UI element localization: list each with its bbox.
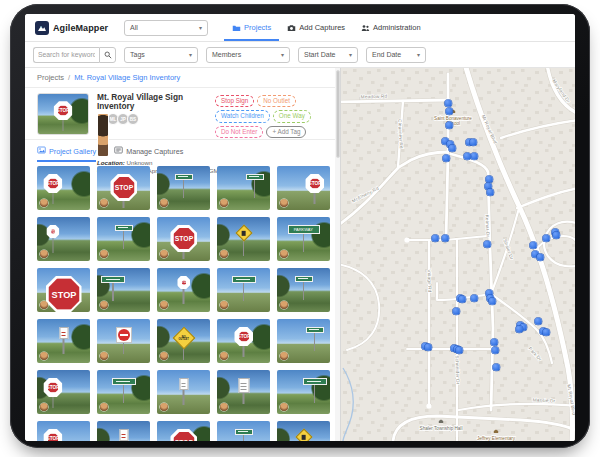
capture-marker[interactable] [537, 254, 544, 261]
gallery-photo[interactable]: STOP [37, 370, 90, 414]
panel-scrollbar[interactable] [335, 68, 340, 441]
capture-marker[interactable] [543, 235, 550, 242]
gallery-photo[interactable]: STOP [157, 217, 210, 261]
search-button[interactable] [99, 47, 116, 63]
search-input[interactable] [33, 47, 99, 63]
nav-item-add-captures[interactable]: Add Captures [279, 14, 353, 41]
capture-author-avatar [100, 301, 108, 309]
street-sign [235, 429, 253, 435]
whitered-sign [59, 327, 68, 339]
project-title: Mt. Royal Village Sign Inventory [97, 93, 215, 111]
capture-marker[interactable] [442, 235, 449, 242]
capture-marker[interactable] [432, 235, 439, 242]
capture-marker[interactable] [484, 241, 491, 248]
gallery-photo[interactable] [157, 166, 210, 210]
gallery-photo[interactable]: STOP [37, 268, 90, 312]
capture-author-avatar [40, 199, 48, 207]
capture-marker[interactable] [456, 347, 463, 354]
capture-author-avatar [160, 403, 168, 411]
capture-marker[interactable] [459, 296, 466, 303]
capture-marker[interactable] [553, 232, 560, 239]
gallery-photo[interactable] [217, 166, 270, 210]
capture-marker[interactable] [464, 153, 471, 160]
nav-item-administration[interactable]: Administration [353, 14, 429, 41]
capture-author-avatar [160, 301, 168, 309]
capture-marker[interactable] [471, 295, 478, 302]
gallery-photo[interactable]: PARKWAY [277, 217, 330, 261]
capture-marker[interactable] [446, 108, 453, 115]
capture-marker[interactable] [492, 347, 499, 354]
capture-marker[interactable] [491, 339, 498, 346]
breadcrumb-current-link[interactable]: Mt. Royal Village Sign Inventory [74, 73, 180, 82]
chevron-down-icon: ▾ [417, 52, 420, 58]
gallery-photo[interactable]: STOP [217, 319, 270, 363]
tablet-frame: AgileMapper All ▾ ProjectsAdd CapturesAd… [10, 4, 590, 448]
tag-add-tag[interactable]: + Add Tag [266, 126, 306, 138]
map-panel[interactable]: Meadow RdClearview RdMcElheny RdMt Royal… [340, 68, 575, 441]
gallery-photo[interactable]: STOP [157, 421, 210, 441]
gallery-photo[interactable] [37, 319, 90, 363]
capture-marker[interactable] [453, 308, 460, 315]
tag-do-not-enter[interactable]: Do Not Enter [215, 126, 263, 138]
breadcrumb-projects-link[interactable]: Projects [37, 73, 64, 82]
end-date-dropdown[interactable]: End Date▾ [366, 47, 426, 63]
capture-author-avatar [160, 199, 168, 207]
capture-marker[interactable] [543, 329, 550, 336]
project-scope-select[interactable]: All ▾ [124, 20, 208, 36]
capture-marker[interactable] [516, 326, 523, 333]
capture-marker[interactable] [471, 153, 478, 160]
gallery-photo[interactable] [217, 268, 270, 312]
capture-marker[interactable] [535, 318, 542, 325]
gallery-photo[interactable] [277, 370, 330, 414]
start-date-dropdown[interactable]: Start Date▾ [298, 47, 358, 63]
capture-marker[interactable] [530, 242, 537, 249]
gallery-photo[interactable] [157, 370, 210, 414]
gallery-photo[interactable]: STOP [37, 217, 90, 261]
stop-sign: STOP [170, 429, 197, 441]
tag-one-way[interactable]: One Way [273, 110, 311, 122]
capture-marker[interactable] [445, 100, 452, 107]
gallery-photo[interactable] [277, 268, 330, 312]
panel-tabs: Project GalleryManage Captures [25, 140, 340, 162]
gallery-photo[interactable] [217, 370, 270, 414]
gallery-photo[interactable]: STOP [37, 421, 90, 441]
capture-marker[interactable] [446, 122, 453, 129]
street-sign [115, 225, 133, 231]
tab-manage-captures[interactable]: Manage Captures [114, 140, 183, 162]
capture-marker[interactable] [425, 344, 432, 351]
gallery-photo[interactable]: STOP [277, 166, 330, 210]
gallery-photo[interactable]: STOP [37, 166, 90, 210]
gallery-photo[interactable] [97, 268, 150, 312]
app-title: AgileMapper [53, 23, 108, 33]
members-dropdown[interactable]: Members▾ [206, 47, 290, 63]
project-thumbnail[interactable]: STOP [37, 93, 89, 135]
tag-watch-children[interactable]: Watch Children [215, 110, 270, 122]
tab-project-gallery[interactable]: Project Gallery [37, 140, 96, 162]
scrollbar-thumb[interactable] [336, 70, 340, 158]
nav-item-projects[interactable]: Projects [224, 14, 279, 41]
gallery-photo[interactable] [97, 217, 150, 261]
photo-gallery: STOPSTOPSTOPSTOPSTOPPARKWAYSTOPSTOPNO OU… [25, 162, 340, 441]
gallery-photo[interactable] [97, 370, 150, 414]
gallery-photo[interactable] [97, 421, 150, 441]
tags-dropdown[interactable]: Tags▾ [124, 47, 198, 63]
gallery-photo[interactable] [97, 319, 150, 363]
capture-marker[interactable] [443, 155, 450, 162]
gallery-photo[interactable]: STOP [157, 268, 210, 312]
road-label-schneider-dr: Schneider Dr [454, 355, 460, 385]
tag-no-outlet[interactable]: No Outlet [257, 95, 296, 107]
capture-marker[interactable] [489, 298, 496, 305]
gallery-photo[interactable]: STOP [97, 166, 150, 210]
capture-marker[interactable] [486, 176, 493, 183]
tag-stop-sign[interactable]: Stop Sign [215, 95, 254, 107]
filter-dropdowns: Tags▾Members▾Start Date▾End Date▾ [124, 47, 426, 63]
capture-marker[interactable] [449, 145, 456, 152]
gallery-photo[interactable]: NO OUTLET [157, 319, 210, 363]
capture-marker[interactable] [493, 364, 500, 371]
gallery-photo[interactable] [217, 217, 270, 261]
capture-marker[interactable] [470, 139, 477, 146]
capture-marker[interactable] [487, 189, 494, 196]
gallery-photo[interactable] [277, 421, 330, 441]
gallery-photo[interactable] [217, 421, 270, 441]
gallery-photo[interactable] [277, 319, 330, 363]
